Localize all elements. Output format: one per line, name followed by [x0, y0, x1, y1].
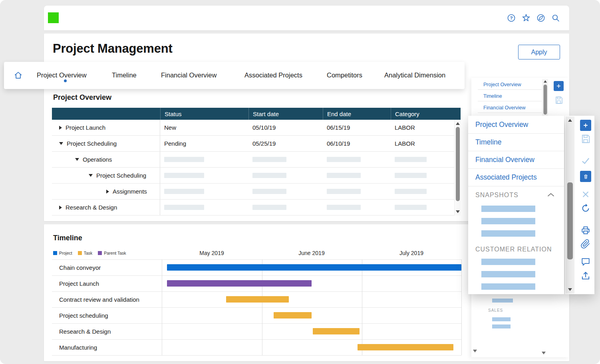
popup-item-financial-overview[interactable]: Financial Overview: [475, 151, 534, 168]
favorite-icon[interactable]: [521, 13, 531, 23]
scrollbar-thumb[interactable]: [567, 182, 573, 259]
active-tab-indicator: [64, 79, 67, 82]
legend-label: Project: [59, 251, 72, 255]
print-icon[interactable]: [580, 225, 591, 236]
search-icon[interactable]: [551, 13, 560, 23]
copilot-icon[interactable]: [536, 13, 546, 23]
popup-item-project-overview[interactable]: Project Overview: [475, 116, 528, 133]
gantt-bar-task[interactable]: [274, 312, 312, 318]
collapse-icon[interactable]: [59, 142, 63, 145]
table-row[interactable]: Assignments: [52, 184, 461, 200]
upload-icon[interactable]: [580, 270, 591, 281]
gantt-bar-task[interactable]: [358, 344, 453, 350]
collapse-icon[interactable]: [89, 174, 93, 177]
accept-icon[interactable]: [580, 155, 591, 166]
placeholder-bar: [395, 173, 427, 178]
expand-icon[interactable]: [59, 126, 62, 130]
tab-analytical-dimension[interactable]: Analytical Dimension: [384, 71, 445, 79]
task-name: Research & Design: [66, 204, 117, 211]
tab-project-overview[interactable]: Project Overview: [37, 71, 87, 79]
table-row[interactable]: Project Scheduling: [52, 168, 461, 184]
scroll-down-icon[interactable]: [542, 352, 546, 354]
tab-timeline[interactable]: Timeline: [112, 71, 137, 79]
table-scrollbar[interactable]: [454, 120, 461, 216]
gantt-row-label: Project Launch: [59, 280, 99, 287]
scroll-up-icon[interactable]: [568, 119, 572, 122]
gantt-bar-parent-task[interactable]: [167, 280, 312, 287]
table-row[interactable]: Project Scheduling Pending 05/25/19 06/1…: [52, 136, 461, 152]
table-row[interactable]: Project Launch New 05/10/19 06/15/19 LAB…: [52, 120, 461, 136]
placeholder-bar: [395, 157, 427, 162]
panel-item-financial-overview[interactable]: Financial Overview: [483, 103, 526, 112]
tab-associated-projects[interactable]: Associated Projects: [244, 71, 302, 79]
save-icon[interactable]: [580, 133, 591, 144]
scroll-up-icon[interactable]: [544, 80, 547, 83]
attach-icon[interactable]: [580, 239, 591, 250]
customer-item-bar[interactable]: [481, 283, 535, 290]
placeholder-bar: [252, 173, 286, 178]
divider: [478, 113, 542, 113]
customer-item-bar[interactable]: [481, 259, 535, 265]
table-row[interactable]: Operations: [52, 152, 461, 168]
comment-icon[interactable]: [580, 256, 591, 267]
tab-financial-overview[interactable]: Financial Overview: [161, 71, 217, 79]
chevron-up-icon[interactable]: [547, 192, 554, 197]
placeholder-bar: [327, 189, 361, 194]
status-value: New: [164, 124, 176, 131]
placeholder-bar: [164, 173, 204, 178]
help-icon[interactable]: ?: [507, 13, 516, 23]
delete-icon[interactable]: [580, 171, 591, 182]
panel-item-timeline[interactable]: Timeline: [483, 92, 502, 101]
panel-item-project-overview[interactable]: Project Overview: [483, 80, 521, 89]
placeholder-bar[interactable]: [492, 324, 511, 328]
gantt-bar-task[interactable]: [226, 296, 289, 303]
gantt-bar-task[interactable]: [313, 328, 360, 334]
scrollbar-thumb[interactable]: [543, 85, 547, 115]
scroll-down-icon[interactable]: [473, 350, 477, 352]
task-name: Project Launch: [66, 124, 105, 131]
snapshots-section-header: SNAPSHOTS: [475, 192, 519, 199]
month-gridline: [461, 259, 462, 355]
scroll-down-icon[interactable]: [568, 288, 572, 291]
legend-swatch-parent-task: [98, 251, 102, 255]
home-icon[interactable]: [13, 70, 23, 80]
popup-item-associated-projects[interactable]: Associated Projects: [475, 168, 537, 186]
brand-logo: [48, 12, 59, 23]
snapshot-item-bar[interactable]: [481, 218, 535, 224]
popup-item-timeline[interactable]: Timeline: [475, 133, 501, 151]
snapshot-item-bar[interactable]: [481, 230, 535, 237]
placeholder-bar[interactable]: [492, 317, 511, 321]
expand-icon[interactable]: [59, 206, 62, 210]
gantt-bar-project[interactable]: [167, 264, 461, 271]
gantt-legend: Project Task Parent Task: [53, 251, 126, 255]
end-date-value: 06/15/19: [327, 124, 350, 131]
refresh-icon[interactable]: [580, 203, 591, 214]
table-row[interactable]: Research & Design: [52, 200, 461, 216]
legend-item-project: Project: [53, 251, 72, 255]
apply-button[interactable]: Apply: [518, 45, 560, 59]
end-date-value: 06/10/19: [327, 140, 350, 147]
customer-item-bar[interactable]: [481, 271, 535, 277]
scrollbar-thumb[interactable]: [456, 127, 460, 201]
divider: [478, 101, 542, 101]
placeholder-bar: [164, 157, 204, 162]
page-title: Project Management: [53, 42, 173, 56]
scroll-up-icon[interactable]: [456, 122, 460, 125]
save-icon[interactable]: [554, 95, 564, 107]
add-button[interactable]: [554, 81, 564, 91]
snapshot-item-bar[interactable]: [481, 206, 535, 212]
collapse-icon[interactable]: [75, 158, 79, 161]
add-icon[interactable]: [580, 120, 591, 131]
app-window: ? Project Management Apply Project Overv…: [0, 0, 600, 364]
close-icon[interactable]: [580, 189, 591, 200]
legend-label: Parent Task: [104, 251, 126, 255]
placeholder-bar: [252, 205, 286, 210]
expand-icon[interactable]: [106, 190, 109, 194]
scroll-down-icon[interactable]: [456, 210, 460, 213]
popup-scrollbar[interactable]: [566, 117, 574, 293]
placeholder-bar: [327, 173, 361, 178]
placeholder-bar[interactable]: [492, 299, 513, 303]
table-body: Project Launch New 05/10/19 06/15/19 LAB…: [52, 120, 461, 216]
panel-scrollbar[interactable]: [542, 79, 548, 116]
tab-competitors[interactable]: Competitors: [327, 71, 362, 79]
